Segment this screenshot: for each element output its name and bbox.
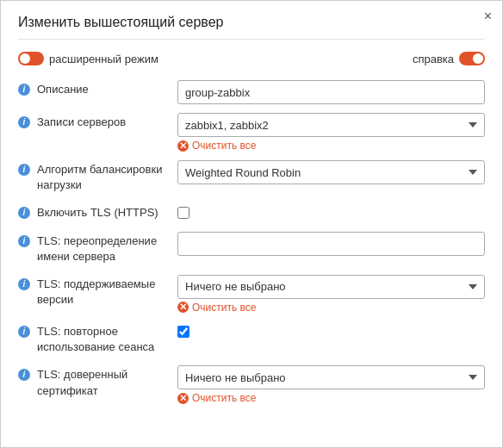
tls-versions-clear-label: Очистить все [192,302,256,314]
server-records-clear[interactable]: ✕ Очистить все [177,140,485,152]
description-input[interactable] [177,80,485,104]
load-balancing-select[interactable]: Weighted Round Robin [177,160,485,184]
server-records-clear-label: Очистить все [192,140,256,152]
tls-versions-label-cell: i TLS: поддерживаемые версии [18,277,171,308]
tls-trusted-cert-clear[interactable]: ✕ Очистить все [177,392,485,404]
tls-server-name-label-cell: i TLS: переопределение имени сервера [18,233,171,264]
enable-tls-row: i Включить TLS (HTTPS) [18,199,485,227]
tls-trusted-cert-clear-icon: ✕ [177,393,189,404]
tls-versions-label: TLS: поддерживаемые версии [37,277,171,308]
load-balancing-label: Алгоритм балансировки нагрузки [37,162,171,193]
dialog-title: Изменить вышестоящий сервер [18,15,485,40]
enable-tls-label: Включить TLS (HTTPS) [37,205,158,221]
load-balancing-label-cell: i Алгоритм балансировки нагрузки [18,162,171,193]
description-label: Описание [37,82,89,97]
server-records-label-cell: i Записи серверов [18,115,171,130]
tls-session-reuse-checkbox[interactable] [177,326,189,338]
tls-versions-field: Ничего не выбрано ✕ Очистить все [177,275,485,314]
help-toggle[interactable] [459,52,485,65]
advanced-mode-toggle[interactable] [18,52,44,65]
dialog-container: × Изменить вышестоящий сервер расширенны… [0,0,503,448]
load-balancing-row: i Алгоритм балансировки нагрузки Weighte… [18,156,485,199]
tls-server-name-row: i TLS: переопределение имени сервера [18,227,485,271]
tls-server-name-label: TLS: переопределение имени сервера [37,233,171,264]
tls-session-reuse-label: TLS: повторное использование сеанса [37,324,171,355]
tls-trusted-cert-row: i TLS: доверенный сертификат Ничего не в… [18,361,485,408]
tls-server-name-info-icon: i [18,235,30,247]
tls-versions-clear-icon: ✕ [177,302,189,313]
tls-versions-row: i TLS: поддерживаемые версии Ничего не в… [18,271,485,318]
close-button[interactable]: × [484,9,492,23]
tls-trusted-cert-info-icon: i [18,369,30,381]
server-records-row: i Записи серверов zabbix1, zabbix2 ✕ Очи… [18,109,485,156]
server-records-clear-icon: ✕ [177,140,189,152]
tls-session-reuse-info-icon: i [18,326,30,338]
tls-versions-select[interactable]: Ничего не выбрано [177,275,485,299]
enable-tls-label-cell: i Включить TLS (HTTPS) [18,205,171,221]
help-text: справка [413,53,454,65]
tls-versions-clear[interactable]: ✕ Очистить все [177,302,485,314]
server-records-info-icon: i [18,116,30,128]
tls-trusted-cert-select[interactable]: Ничего не выбрано [177,365,485,389]
advanced-mode-label: расширенный режим [18,52,158,65]
tls-trusted-cert-label: TLS: доверенный сертификат [37,367,171,398]
description-label-cell: i Описание [18,82,171,97]
tls-trusted-cert-label-cell: i TLS: доверенный сертификат [18,367,171,398]
description-row: i Описание [18,76,485,109]
description-info-icon: i [18,84,30,96]
tls-trusted-cert-clear-label: Очистить все [192,392,256,404]
server-records-field: zabbix1, zabbix2 ✕ Очистить все [177,113,485,152]
server-records-label: Записи серверов [37,115,126,130]
tls-trusted-cert-field: Ничего не выбрано ✕ Очистить все [177,365,485,404]
tls-server-name-input[interactable] [177,232,485,256]
form-table: i Описание i Записи серверов [18,76,485,408]
advanced-mode-text: расширенный режим [49,53,158,65]
load-balancing-info-icon: i [18,164,30,176]
enable-tls-checkbox[interactable] [177,207,189,219]
enable-tls-info-icon: i [18,207,30,219]
mode-row: расширенный режим справка [18,52,485,65]
help-link[interactable]: справка [413,52,485,65]
tls-versions-info-icon: i [18,278,30,290]
tls-session-reuse-row: i TLS: повторное использование сеанса [18,318,485,361]
tls-session-reuse-label-cell: i TLS: повторное использование сеанса [18,324,171,355]
server-records-select[interactable]: zabbix1, zabbix2 [177,113,485,137]
